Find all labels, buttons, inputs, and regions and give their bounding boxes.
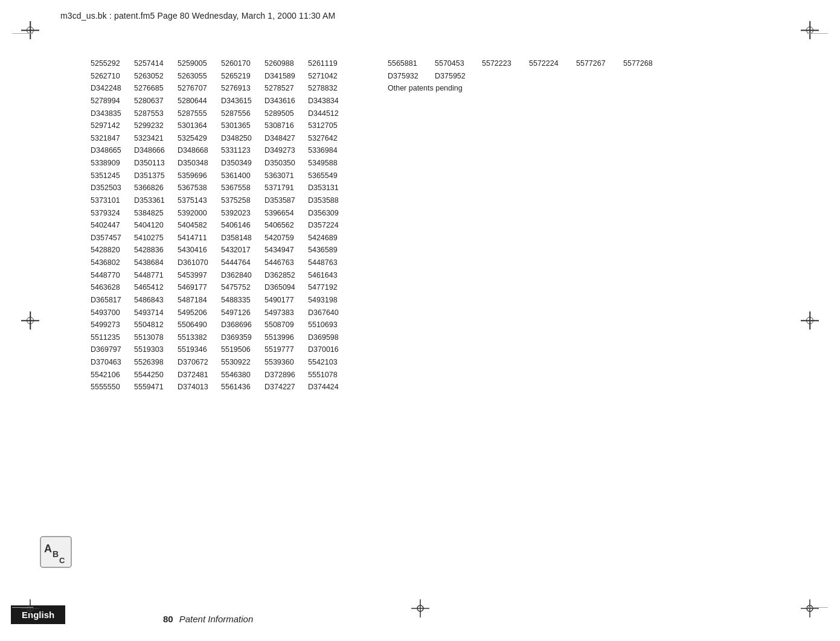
list-item: 5414711 xyxy=(178,232,221,244)
list-item: 5420759 xyxy=(265,232,308,244)
table-row: 544877054487715453997D362840D36285254616… xyxy=(91,269,351,282)
list-item: D343834 xyxy=(308,95,351,107)
list-item: 5542103 xyxy=(308,356,351,369)
list-item: 5392023 xyxy=(221,207,265,220)
list-item: D356309 xyxy=(308,207,351,220)
list-item: D368696 xyxy=(221,319,265,331)
list-item: 5486843 xyxy=(134,294,178,307)
list-item: 5336984 xyxy=(308,144,351,157)
list-item: 5287553 xyxy=(134,107,178,120)
list-item: 5263052 xyxy=(134,70,178,83)
list-item: D350349 xyxy=(221,157,265,170)
abc-icon: A B C xyxy=(39,535,72,569)
list-item: 5263055 xyxy=(178,70,221,83)
list-item: 5379324 xyxy=(91,207,134,220)
list-item: 5488335 xyxy=(221,294,265,307)
list-item: D365094 xyxy=(265,281,308,294)
list-item: 5259005 xyxy=(178,57,221,70)
table-row: D3704635526398D3706725530922553936055421… xyxy=(91,356,351,369)
list-item: 5432017 xyxy=(221,244,265,257)
list-item: 5367558 xyxy=(221,182,265,194)
list-item: 5490177 xyxy=(265,294,308,307)
list-item: 5438684 xyxy=(134,257,178,269)
list-item: 5530922 xyxy=(221,356,265,369)
list-item: 5493700 xyxy=(91,307,134,319)
list-item: 5499273 xyxy=(91,319,134,331)
left-patent-list: 5255292525741452590055260170526098852611… xyxy=(91,57,351,569)
list-item: 5373101 xyxy=(91,194,134,207)
table-row: 54937005493714549520654971265497383D3676… xyxy=(91,307,351,319)
section-label: Patent Information xyxy=(179,614,254,624)
list-item: 5428836 xyxy=(134,244,178,257)
list-item: 5301364 xyxy=(178,120,221,132)
list-item: D370672 xyxy=(178,356,221,369)
table-row: 549927355048125506490D368696550870955106… xyxy=(91,319,351,331)
list-item: 5278994 xyxy=(91,95,134,107)
list-item: 5551078 xyxy=(308,369,351,381)
table-row: 55555505559471D3740135561436D374227D3744… xyxy=(91,381,351,394)
svg-text:A: A xyxy=(44,543,52,555)
list-item: 5396654 xyxy=(265,207,308,220)
reg-mark-top-right xyxy=(801,21,819,39)
table-row: D365817548684354871845488335549017754931… xyxy=(91,294,351,307)
list-item: 5323421 xyxy=(134,132,178,145)
list-item: D357457 xyxy=(91,232,134,244)
table-row: 5565881557045355722235572224557726755772… xyxy=(388,57,792,70)
table-row: 5351245D35137553596965361400536307153655… xyxy=(91,170,351,182)
list-item: D343835 xyxy=(91,107,134,120)
list-item: D353587 xyxy=(265,194,308,207)
list-item: 5436589 xyxy=(308,244,351,257)
list-item: 5402447 xyxy=(91,219,134,232)
list-item: D343615 xyxy=(221,95,265,107)
list-item: 5276913 xyxy=(221,82,265,95)
table-row: 5373101D35336153751435375258D353587D3535… xyxy=(91,194,351,207)
table-row: 5463628546541254691775475752D36509454771… xyxy=(91,281,351,294)
list-item: 5349588 xyxy=(308,157,351,170)
list-item: 5513078 xyxy=(134,331,178,344)
list-item: 5526398 xyxy=(134,356,178,369)
list-item: 5365549 xyxy=(308,170,351,182)
list-item: 5363071 xyxy=(265,170,308,182)
list-item: 5506490 xyxy=(178,319,221,331)
list-item: 5463628 xyxy=(91,281,134,294)
list-item: D374424 xyxy=(308,381,351,394)
list-item: 5565881 xyxy=(388,57,435,70)
list-item: 5477192 xyxy=(308,281,351,294)
reg-mark-top-left xyxy=(21,21,39,39)
list-item: 5542106 xyxy=(91,369,134,381)
list-item: 5299232 xyxy=(134,120,178,132)
list-item: 5375143 xyxy=(178,194,221,207)
list-item: 5278527 xyxy=(265,82,308,95)
list-item: 5375258 xyxy=(221,194,265,207)
table-row: 5262710526305252630555265219D34158952710… xyxy=(91,70,351,83)
list-item: D375952 xyxy=(435,70,482,83)
list-item: 5257414 xyxy=(134,57,178,70)
list-item: D350350 xyxy=(265,157,308,170)
list-item: 5465412 xyxy=(134,281,178,294)
table-row: D3697975519303551934655195065519777D3700… xyxy=(91,343,351,356)
list-item: 5271042 xyxy=(308,70,351,83)
list-item: 5371791 xyxy=(265,182,308,194)
list-item: 5434947 xyxy=(265,244,308,257)
list-item: 5508709 xyxy=(265,319,308,331)
h-rule-tr xyxy=(807,33,828,34)
list-item: 5301365 xyxy=(221,120,265,132)
table-row: 527899452806375280644D343615D343616D3438… xyxy=(91,95,351,107)
list-item: 5404120 xyxy=(134,219,178,232)
list-item: 5444764 xyxy=(221,257,265,269)
list-item: 5280644 xyxy=(178,95,221,107)
list-item: D362852 xyxy=(265,269,308,282)
list-item: 5287556 xyxy=(221,107,265,120)
list-item: D370016 xyxy=(308,343,351,356)
list-item: 5469177 xyxy=(178,281,221,294)
list-item: 5513996 xyxy=(265,331,308,344)
list-item: 5321847 xyxy=(91,132,134,145)
list-item: 5424689 xyxy=(308,232,351,244)
table-row: 54024475404120540458254061465406562D3572… xyxy=(91,219,351,232)
list-item: 5577267 xyxy=(576,57,623,70)
reg-mark-bottom-right xyxy=(801,599,819,620)
list-item: D372896 xyxy=(265,369,308,381)
list-item: 5461643 xyxy=(308,269,351,282)
reg-mark-mid-left xyxy=(21,311,39,330)
list-item: D349273 xyxy=(265,144,308,157)
